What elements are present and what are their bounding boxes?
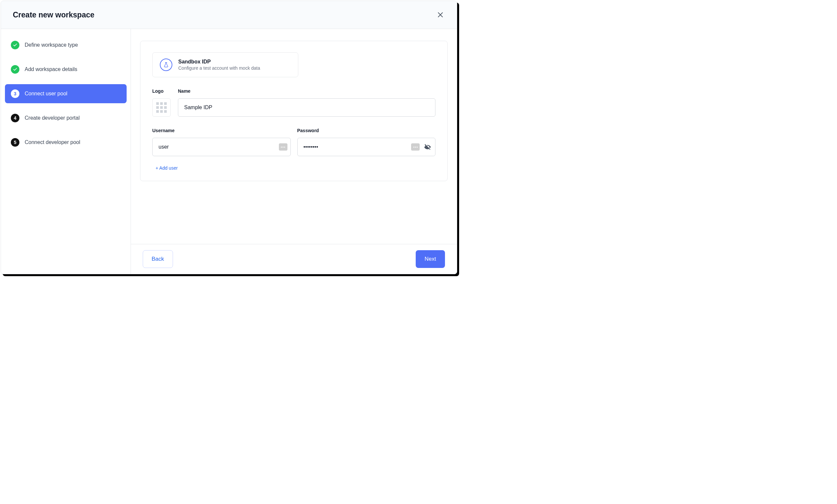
eye-off-icon [424,143,431,151]
modal-footer: Back Next [131,244,457,274]
modal-header: Create new workspace [1,1,457,29]
username-input-wrap [152,138,291,156]
step-define-workspace-type[interactable]: Define workspace type [5,36,127,55]
step-connect-developer-pool[interactable]: 5 Connect developer pool [5,133,127,152]
logo-label: Logo [152,88,171,94]
step-number-icon: 5 [11,138,19,147]
credentials-row: Username Password [152,128,435,156]
grid-icon [156,102,159,105]
logo-name-row: Logo Name [152,88,435,117]
modal-body: Define workspace type Add workspace deta… [1,29,457,274]
name-column: Name [178,88,435,117]
saved-credentials-icon[interactable] [411,143,420,150]
step-number-icon: 3 [11,89,19,98]
logo-column: Logo [152,88,171,117]
username-column: Username [152,128,291,156]
check-icon [11,65,19,74]
create-workspace-modal: Create new workspace Define workspace ty… [1,1,457,274]
saved-credentials-icon[interactable] [279,143,287,150]
close-icon [437,11,444,18]
step-label: Add workspace details [25,67,77,72]
logo-picker[interactable] [152,98,171,117]
name-input[interactable] [178,98,435,117]
step-label: Connect user pool [25,91,67,97]
password-column: Password [297,128,436,156]
add-user-button[interactable]: + Add user [152,165,178,170]
back-button[interactable]: Back [143,250,173,268]
username-label: Username [152,128,291,133]
idp-description: Configure a test account with mock data [178,66,260,71]
step-connect-user-pool[interactable]: 3 Connect user pool [5,84,127,103]
step-number-icon: 4 [11,114,19,122]
modal-title: Create new workspace [13,11,94,19]
step-create-developer-portal[interactable]: 4 Create developer portal [5,108,127,128]
input-adornment [411,142,432,151]
password-input-wrap [297,138,436,156]
main-panel: Sandbox IDP Configure a test account wit… [131,29,457,274]
next-button[interactable]: Next [416,250,445,268]
step-add-workspace-details[interactable]: Add workspace details [5,60,127,79]
input-adornment [279,143,287,150]
username-input[interactable] [152,138,291,156]
flask-icon [160,58,172,71]
toggle-password-visibility[interactable] [423,142,432,151]
main-content: Sandbox IDP Configure a test account wit… [131,29,457,244]
step-label: Define workspace type [25,42,78,48]
step-label: Create developer portal [25,115,79,121]
steps-sidebar: Define workspace type Add workspace deta… [1,29,131,274]
check-icon [11,41,19,49]
close-button[interactable] [436,10,445,19]
idp-title: Sandbox IDP [178,59,260,65]
step-label: Connect developer pool [25,139,80,145]
sandbox-idp-option[interactable]: Sandbox IDP Configure a test account wit… [152,52,298,77]
user-pool-card: Sandbox IDP Configure a test account wit… [140,41,448,181]
password-label: Password [297,128,436,133]
idp-text: Sandbox IDP Configure a test account wit… [178,59,260,71]
name-label: Name [178,88,435,94]
